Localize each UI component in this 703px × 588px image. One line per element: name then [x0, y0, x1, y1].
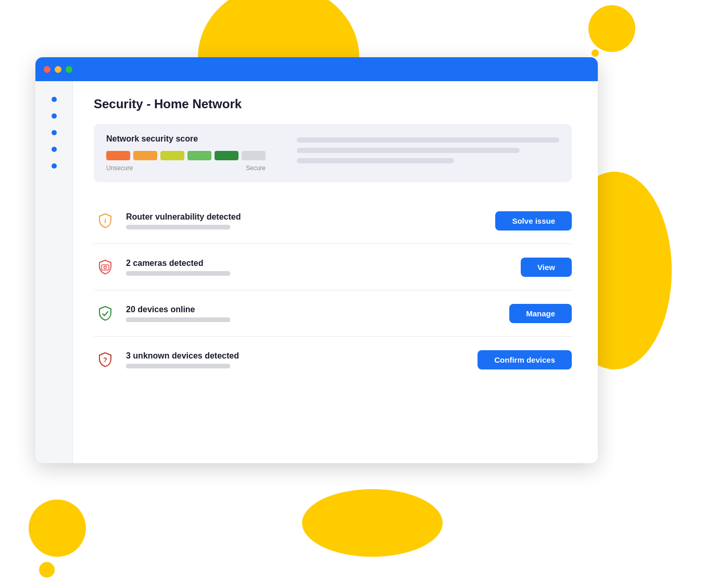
score-left: Network security score Unsecure Secure — [106, 134, 266, 172]
cameras-title: 2 cameras detected — [126, 259, 521, 268]
titlebar — [35, 57, 598, 81]
security-item-unknown: ? 3 unknown devices detected Confirm dev… — [94, 337, 572, 382]
unknown-devices-subtitle — [126, 364, 230, 368]
view-cameras-button[interactable]: View — [521, 258, 572, 277]
devices-online-title: 20 devices online — [126, 305, 509, 314]
cameras-action: View — [521, 258, 572, 277]
score-bar-2 — [133, 151, 157, 160]
minimize-button[interactable] — [55, 66, 61, 73]
window-body: Security - Home Network Network security… — [35, 81, 598, 463]
sidebar-item-5[interactable] — [52, 163, 57, 169]
score-bar-1 — [106, 151, 130, 160]
bg-decoration-bottom-left — [29, 500, 86, 557]
devices-online-subtitle — [126, 317, 230, 322]
devices-action: Manage — [509, 304, 572, 323]
devices-online-content: 20 devices online — [126, 305, 509, 322]
score-detail-line-1 — [297, 137, 559, 143]
solve-issue-button[interactable]: Solve issue — [495, 211, 572, 231]
cameras-content: 2 cameras detected — [126, 259, 521, 276]
maximize-button[interactable] — [66, 66, 72, 73]
router-vulnerability-action: Solve issue — [495, 211, 572, 231]
shield-question-icon: ? — [94, 348, 117, 371]
score-range: Unsecure Secure — [106, 164, 266, 172]
score-bar-4 — [187, 151, 211, 160]
sidebar-item-1[interactable] — [52, 97, 57, 102]
router-vulnerability-subtitle — [126, 225, 230, 229]
manage-devices-button[interactable]: Manage — [509, 304, 572, 323]
unknown-devices-action: Confirm devices — [478, 350, 572, 369]
shield-check-icon — [94, 302, 117, 325]
unknown-devices-content: 3 unknown devices detected — [126, 351, 478, 368]
score-label: Network security score — [106, 134, 266, 144]
router-vulnerability-content: Router vulnerability detected — [126, 212, 495, 229]
score-bars — [106, 151, 266, 160]
security-item-cameras: 2 cameras detected View — [94, 244, 572, 290]
security-items: i Router vulnerability detected Solve is… — [94, 198, 572, 382]
security-item-router: i Router vulnerability detected Solve is… — [94, 198, 572, 244]
bg-decoration-top-right — [588, 5, 635, 52]
score-bar-5 — [215, 151, 238, 160]
score-bar-6 — [242, 151, 266, 160]
router-vulnerability-title: Router vulnerability detected — [126, 212, 495, 222]
bg-decoration-dot-bottom-left — [39, 562, 55, 578]
sidebar-item-2[interactable] — [52, 113, 57, 119]
score-range-low: Unsecure — [106, 164, 133, 172]
app-window: Security - Home Network Network security… — [35, 57, 598, 463]
score-detail-line-3 — [297, 158, 454, 163]
svg-rect-1 — [102, 265, 109, 270]
security-item-devices: 20 devices online Manage — [94, 290, 572, 337]
sidebar-item-4[interactable] — [52, 147, 57, 152]
score-detail-line-2 — [297, 148, 520, 153]
sidebar — [35, 81, 73, 463]
bg-decoration-bottom-center — [302, 489, 443, 557]
svg-point-2 — [104, 266, 107, 269]
score-section: Network security score Unsecure Secure — [94, 124, 572, 182]
svg-text:?: ? — [103, 356, 107, 364]
score-bar-3 — [160, 151, 184, 160]
camera-shield-icon — [94, 255, 117, 278]
confirm-devices-button[interactable]: Confirm devices — [478, 350, 572, 369]
sidebar-item-3[interactable] — [52, 130, 57, 135]
page-title: Security - Home Network — [94, 97, 572, 111]
cameras-subtitle — [126, 271, 230, 276]
score-details — [297, 134, 559, 169]
close-button[interactable] — [44, 66, 51, 73]
unknown-devices-title: 3 unknown devices detected — [126, 351, 478, 361]
main-content: Security - Home Network Network security… — [73, 81, 598, 463]
bg-decoration-dot-right — [592, 49, 599, 57]
score-range-high: Secure — [246, 164, 266, 172]
svg-text:i: i — [104, 217, 106, 225]
shield-warning-icon: i — [94, 209, 117, 232]
